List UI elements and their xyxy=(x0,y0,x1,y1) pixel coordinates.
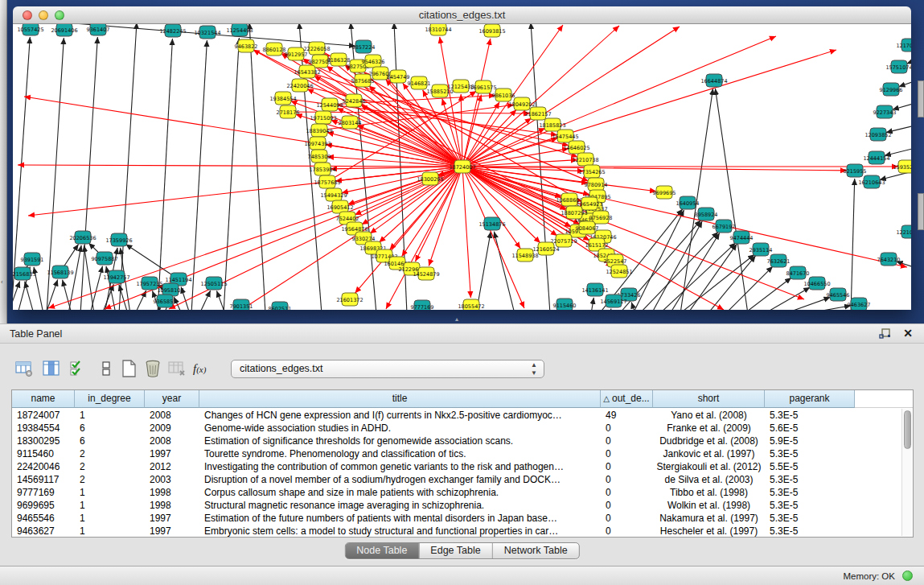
collapse-arrow-icon[interactable]: ‹ xyxy=(1,278,3,286)
checklist-icon[interactable] xyxy=(69,359,88,378)
table-cell[interactable]: 9699695 xyxy=(12,499,75,512)
table-cell[interactable]: 2008 xyxy=(145,409,199,422)
tab-edge-table[interactable]: Edge Table xyxy=(419,543,492,558)
table-row[interactable]: 2242004622012Investigating the contribut… xyxy=(12,460,901,473)
column-header-year[interactable]: year xyxy=(145,390,199,408)
table-cell[interactable]: 6 xyxy=(75,422,145,435)
table-cell[interactable]: 5.3E-5 xyxy=(765,473,855,486)
close-button[interactable] xyxy=(23,10,32,20)
table-cell[interactable]: 0 xyxy=(601,512,653,525)
table-cell[interactable]: 9463627 xyxy=(12,525,75,537)
table-row[interactable]: 946362711997Embryonic stem cells: a mode… xyxy=(12,525,901,537)
left-panel-strip[interactable]: ‹ xyxy=(0,0,7,323)
table-select-dropdown[interactable]: citations_edges.txt ▲▼ xyxy=(231,360,544,378)
table-cell[interactable]: Yano et al. (2008) xyxy=(653,409,765,422)
table-cell[interactable]: Embryonic stem cells: a model to study s… xyxy=(199,525,601,537)
graph-edge[interactable] xyxy=(68,245,81,310)
table-row[interactable]: 911546021997Tourette syndrome. Phenomeno… xyxy=(12,447,901,460)
table-cell[interactable]: Disruption of a novel member of a sodium… xyxy=(199,473,601,486)
table-cell[interactable]: 22420046 xyxy=(12,460,75,473)
graph-edge[interactable] xyxy=(25,282,34,310)
table-cell[interactable]: 1 xyxy=(75,486,145,499)
table-cell[interactable]: 2 xyxy=(75,447,145,460)
zoom-button[interactable] xyxy=(55,10,64,20)
table-cell[interactable]: 2008 xyxy=(145,435,199,447)
table-cell[interactable]: Jankovic et al. (1997) xyxy=(653,447,765,460)
graph-edge[interactable] xyxy=(688,244,737,310)
graph-edge[interactable] xyxy=(631,302,635,310)
table-row[interactable]: 1830029562008Estimation of significance … xyxy=(12,435,901,447)
vertical-scrollbar[interactable] xyxy=(901,409,912,536)
tab-network-table[interactable]: Network Table xyxy=(493,543,579,558)
table-cell[interactable]: Estimation of significance thresholds fo… xyxy=(199,435,601,447)
table-cell[interactable]: 5.3E-5 xyxy=(765,525,855,537)
graph-edge[interactable] xyxy=(708,256,756,310)
table-cell[interactable]: 5.5E-5 xyxy=(765,460,855,473)
table-cell[interactable]: Hescheler et al. (1997) xyxy=(653,525,765,537)
splitter-handle-icon[interactable]: ▴ xyxy=(455,315,458,323)
graph-edge[interactable] xyxy=(158,39,172,310)
table-row[interactable]: 1938455462009Genome-wide association stu… xyxy=(12,422,901,435)
table-cell[interactable]: 5.3E-5 xyxy=(765,499,855,512)
table-cell[interactable]: 5.6E-5 xyxy=(765,422,855,435)
table-cell[interactable]: 1 xyxy=(75,512,145,525)
table-cell[interactable]: 1 xyxy=(75,525,145,537)
table-cell[interactable]: 1 xyxy=(75,409,145,422)
graph-edge[interactable] xyxy=(715,89,748,310)
table-cell[interactable]: 18724007 xyxy=(12,409,75,422)
column-header-name[interactable]: name xyxy=(12,390,75,408)
table-cell[interactable]: 9777169 xyxy=(12,486,75,499)
network-window-titlebar[interactable]: citations_edges.txt xyxy=(13,6,911,24)
table-cell[interactable]: Nakamura et al. (1997) xyxy=(653,512,765,525)
table-cell[interactable]: Genome-wide association studies in ADHD. xyxy=(199,422,601,435)
table-cell[interactable]: 0 xyxy=(601,460,653,473)
table-row[interactable]: 1872400712008Changes of HCN gene express… xyxy=(12,409,901,422)
table-row[interactable]: 977716911998Corpus callosum shape and si… xyxy=(12,486,901,499)
table-cell[interactable]: 1997 xyxy=(145,525,199,537)
table-cell[interactable]: 0 xyxy=(601,525,653,537)
delete-table-icon[interactable] xyxy=(167,359,187,378)
minimize-button[interactable] xyxy=(39,10,48,20)
graph-edge[interactable] xyxy=(744,278,791,310)
graph-edge[interactable] xyxy=(249,24,265,310)
table-settings-icon[interactable] xyxy=(14,359,34,378)
rows-icon[interactable] xyxy=(97,359,116,378)
show-column-icon[interactable] xyxy=(42,359,61,378)
graph-edge[interactable] xyxy=(462,167,804,299)
network-canvas[interactable]: 1872400794638228860128891295722226058982… xyxy=(13,24,911,310)
table-row[interactable]: 969969511998Structural magnetic resonanc… xyxy=(12,499,901,512)
table-cell[interactable]: 0 xyxy=(601,447,653,460)
table-cell[interactable]: 1998 xyxy=(145,499,199,512)
table-row[interactable]: 946554611997Estimation of the future num… xyxy=(12,512,901,525)
scrollbar-thumb[interactable] xyxy=(904,410,911,449)
table-row[interactable]: 1456911722003Disruption of a novel membe… xyxy=(12,473,901,486)
table-cell[interactable]: 0 xyxy=(601,486,653,499)
table-cell[interactable]: 5.3E-5 xyxy=(765,409,855,422)
graph-edge[interactable] xyxy=(462,167,470,298)
graph-edge[interactable] xyxy=(633,210,684,310)
graph-edge[interactable] xyxy=(494,232,515,310)
table-cell[interactable]: 5.3E-5 xyxy=(765,447,855,460)
table-cell[interactable]: 6 xyxy=(75,435,145,447)
table-cell[interactable]: 0 xyxy=(601,499,653,512)
table-cell[interactable]: Changes of HCN gene expression and I(f) … xyxy=(199,409,601,422)
graph-edge[interactable] xyxy=(725,266,773,310)
table-cell[interactable]: Structural magnetic resonance image aver… xyxy=(199,499,601,512)
graph-edge[interactable] xyxy=(651,221,702,310)
panel-float-icon[interactable] xyxy=(879,328,892,340)
table-cell[interactable]: 2009 xyxy=(145,422,199,435)
table-cell[interactable]: Dudbridge et al. (2008) xyxy=(653,435,765,447)
table-cell[interactable]: 18300295 xyxy=(12,435,75,447)
table-cell[interactable]: 2 xyxy=(75,460,145,473)
column-header-title[interactable]: title xyxy=(199,390,601,408)
table-cell[interactable]: 0 xyxy=(601,435,653,447)
table-cell[interactable]: Estimation of the future numbers of pati… xyxy=(199,512,601,525)
table-cell[interactable]: 0 xyxy=(601,422,653,435)
graph-edge[interactable] xyxy=(670,233,720,310)
table-cell[interactable]: 49 xyxy=(601,409,653,422)
table-cell[interactable]: 5.9E-5 xyxy=(765,435,855,447)
table-cell[interactable]: 1998 xyxy=(145,486,199,499)
network-canvas-svg[interactable]: 1872400794638228860128891295722226058982… xyxy=(13,24,911,310)
graph-edge[interactable] xyxy=(610,309,611,310)
right-panel-handle[interactable] xyxy=(918,193,924,230)
